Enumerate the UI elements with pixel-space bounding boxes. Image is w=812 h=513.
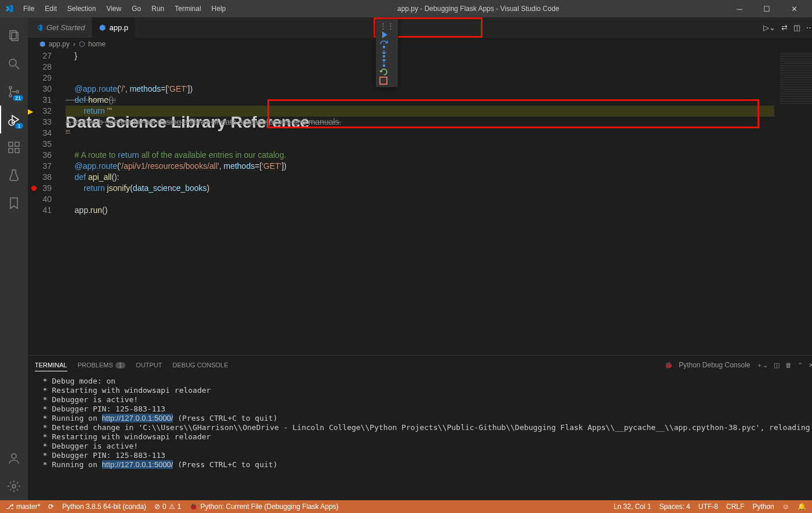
window-controls: ─ ☐ ✕ (726, 0, 807, 17)
activity-testing[interactable] (0, 161, 28, 189)
menu-help[interactable]: Help (207, 2, 231, 15)
sb-eol[interactable]: CRLF (726, 503, 744, 511)
activity-settings[interactable] (0, 472, 28, 500)
scm-badge: 21 (13, 95, 23, 101)
symbol-icon: ⬡ (79, 40, 85, 48)
step-out-button[interactable] (379, 58, 394, 67)
svg-point-6 (16, 91, 19, 93)
activity-debug[interactable]: 1 (0, 106, 28, 133)
minimize-button[interactable]: ─ (726, 0, 753, 17)
breadcrumb-file[interactable]: app.py (49, 40, 70, 48)
activity-accounts[interactable] (0, 445, 28, 472)
sb-position[interactable]: Ln 32, Col 1 (614, 503, 651, 511)
trash-icon[interactable]: 🗑 (785, 362, 792, 369)
svg-point-14 (12, 485, 16, 488)
activity-scm[interactable]: 21 (0, 78, 28, 106)
svg-point-17 (383, 65, 385, 67)
sb-spaces[interactable]: Spaces: 4 (659, 503, 690, 511)
sb-branch[interactable]: ⎇ master* (6, 503, 40, 511)
menu-edit[interactable]: Edit (40, 2, 61, 15)
continue-button[interactable] (379, 30, 394, 39)
menu-go[interactable]: Go (127, 2, 146, 15)
svg-rect-11 (15, 149, 19, 153)
sb-sync[interactable]: ⟳ (48, 503, 54, 511)
debug-toolbar[interactable]: ⋮⋮ (376, 19, 398, 87)
tab-row: Get Started ⬢ app.p ⋮⋮ ▷⌄ ⇄ ◫ ⋯ (28, 17, 812, 38)
restart-button[interactable] (379, 67, 394, 77)
svg-point-4 (9, 86, 12, 89)
svg-rect-0 (10, 31, 16, 39)
chevron-right-icon: › (73, 40, 75, 48)
svg-rect-12 (15, 142, 19, 146)
vscode-icon (5, 4, 14, 13)
svg-point-16 (383, 56, 385, 57)
svg-point-15 (383, 46, 385, 48)
add-terminal-icon[interactable]: ＋⌄ (756, 361, 768, 370)
stop-button[interactable] (379, 77, 394, 85)
tab-label: app.p (109, 23, 128, 32)
panel: TERMINAL PROBLEMS1 OUTPUT DEBUG CONSOLE … (28, 355, 812, 500)
split-icon[interactable]: ◫ (793, 23, 800, 32)
more-icon[interactable]: ⋯ (806, 23, 812, 32)
tab-output[interactable]: OUTPUT (136, 359, 162, 371)
menu-terminal[interactable]: Terminal (170, 2, 205, 15)
breadcrumb-symbol[interactable]: home (88, 40, 106, 48)
window-title: app.py - Debugging Flask Apps - Visual S… (230, 5, 726, 13)
svg-point-2 (9, 59, 16, 66)
close-panel-icon[interactable]: ✕ (809, 362, 812, 369)
python-icon: ⬢ (99, 23, 106, 32)
svg-line-3 (16, 66, 19, 69)
vscode-icon (35, 24, 43, 32)
tab-get-started[interactable]: Get Started (28, 17, 92, 38)
svg-rect-10 (9, 149, 13, 153)
statusbar: ⎇ master* ⟳ Python 3.8.5 64-bit (conda) … (0, 500, 812, 513)
menu-view[interactable]: View (102, 2, 126, 15)
activity-search[interactable] (0, 50, 28, 78)
sb-bell-icon[interactable]: 🔔 (798, 503, 806, 511)
code-editor[interactable]: 2728293031▶32333435363738394041 } @app.r… (28, 50, 812, 355)
diff-icon[interactable]: ⇄ (781, 23, 788, 32)
menu-selection[interactable]: Selection (63, 2, 100, 15)
activity-bar: 21 1 (0, 17, 28, 500)
debug-badge: 1 (15, 123, 23, 129)
sb-debug[interactable]: 🐞 Python: Current File (Debugging Flask … (189, 503, 338, 511)
activity-extensions[interactable] (0, 133, 28, 161)
terminal-output[interactable]: * Debug mode: on * Restarting with windo… (28, 374, 812, 500)
drag-handle-icon[interactable]: ⋮⋮ (379, 21, 394, 85)
menu-file[interactable]: File (19, 2, 39, 15)
panel-tabs: TERMINAL PROBLEMS1 OUTPUT DEBUG CONSOLE … (28, 356, 812, 374)
activity-bookmarks[interactable] (0, 189, 28, 217)
split-terminal-icon[interactable]: ◫ (774, 362, 780, 369)
tab-debug-console[interactable]: DEBUG CONSOLE (173, 359, 229, 371)
step-into-button[interactable] (379, 49, 394, 58)
svg-point-13 (12, 454, 16, 458)
svg-rect-1 (12, 32, 18, 41)
maximize-button[interactable]: ☐ (753, 0, 780, 17)
svg-point-5 (9, 95, 12, 97)
bug-icon: 🐞 (665, 362, 673, 369)
sb-language[interactable]: Python (752, 503, 774, 511)
svg-rect-9 (9, 142, 13, 146)
run-dropdown-icon[interactable]: ▷⌄ (763, 23, 775, 32)
title-bar: File Edit Selection View Go Run Terminal… (0, 0, 812, 17)
chevron-up-icon[interactable]: ⌃ (798, 362, 803, 369)
tab-problems[interactable]: PROBLEMS1 (78, 359, 126, 371)
tab-app-py[interactable]: ⬢ app.p (92, 17, 136, 38)
breadcrumb[interactable]: ⬢ app.py › ⬡ home (28, 38, 812, 50)
problems-count: 1 (115, 362, 126, 369)
menu-run[interactable]: Run (147, 2, 169, 15)
svg-rect-18 (380, 77, 387, 84)
minimap[interactable] (774, 50, 812, 355)
sb-problems[interactable]: ⊘ 0 ⚠ 1 (154, 503, 181, 511)
console-label[interactable]: Python Debug Console (679, 361, 750, 369)
activity-explorer[interactable] (0, 22, 28, 50)
sb-python[interactable]: Python 3.8.5 64-bit (conda) (62, 503, 146, 511)
editor-area: Get Started ⬢ app.p ⋮⋮ ▷⌄ ⇄ ◫ ⋯ (28, 17, 812, 500)
step-over-button[interactable] (379, 39, 394, 49)
sb-feedback-icon[interactable]: ☺ (782, 503, 789, 511)
python-icon: ⬢ (39, 40, 45, 48)
tab-terminal[interactable]: TERMINAL (35, 359, 67, 371)
close-button[interactable]: ✕ (781, 0, 807, 17)
sb-encoding[interactable]: UTF-8 (698, 503, 718, 511)
menu-bar: File Edit Selection View Go Run Terminal… (19, 2, 230, 15)
